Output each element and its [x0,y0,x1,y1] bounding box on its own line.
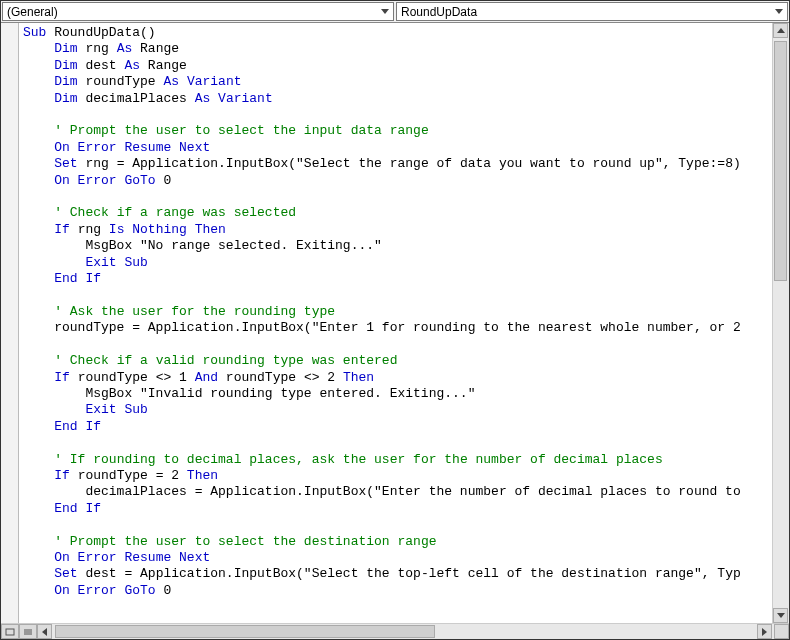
object-dropdown[interactable]: (General) [2,2,394,21]
full-module-view-button[interactable] [19,624,37,639]
scroll-down-arrow-icon[interactable] [773,608,788,623]
chevron-down-icon [381,9,389,14]
margin-indicator-bar [1,23,19,623]
horizontal-scrollbar[interactable] [37,624,789,640]
procedure-view-icon [5,628,15,636]
procedure-view-button[interactable] [1,624,19,639]
scroll-left-arrow-icon[interactable] [37,624,52,639]
vertical-scrollbar[interactable] [772,23,789,623]
code-text[interactable]: Sub RoundUpData() Dim rng As Range Dim d… [19,23,772,601]
view-mode-buttons [1,624,37,640]
object-dropdown-value: (General) [7,5,58,19]
code-editor: Sub RoundUpData() Dim rng As Range Dim d… [1,23,789,623]
chevron-down-icon [775,9,783,14]
procedure-dropdown-value: RoundUpData [401,5,477,19]
code-viewport[interactable]: Sub RoundUpData() Dim rng As Range Dim d… [19,23,772,623]
svg-rect-0 [6,629,14,635]
procedure-selector-bar: (General) RoundUpData [1,1,789,23]
bottom-bar [1,623,789,640]
vertical-scroll-thumb[interactable] [774,41,787,281]
full-module-view-icon [23,628,33,636]
size-grip-icon [774,624,789,639]
scroll-up-arrow-icon[interactable] [773,23,788,38]
horizontal-scroll-thumb[interactable] [55,625,435,638]
procedure-dropdown[interactable]: RoundUpData [396,2,788,21]
scroll-right-arrow-icon[interactable] [757,624,772,639]
